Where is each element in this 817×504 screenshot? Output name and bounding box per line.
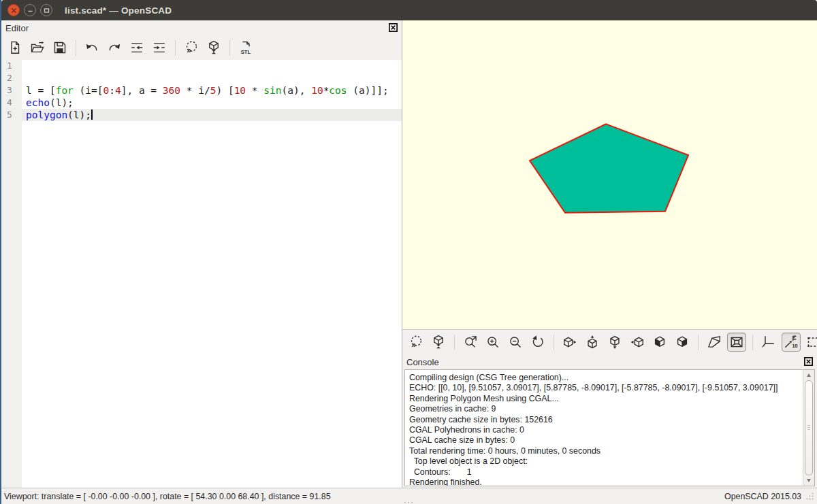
zoom-out-button[interactable] xyxy=(506,333,525,352)
pentagon-shape xyxy=(530,124,688,212)
console-line: Contours: 1 xyxy=(409,467,803,477)
console-dock-header: Console xyxy=(402,354,817,369)
console-line: CGAL Polyhedrons in cache: 0 xyxy=(409,425,803,435)
view-bottom-icon xyxy=(607,335,622,350)
window-title: list.scad* — OpenSCAD xyxy=(65,5,172,16)
reset-view-icon xyxy=(530,335,545,350)
editor-dock-close-button[interactable] xyxy=(388,23,398,33)
scroll-thumb[interactable] xyxy=(805,380,813,475)
preview-icon xyxy=(184,40,199,55)
editor-dock: Editor 123l = [for (i=[0:4], a = 360 * i… xyxy=(1,20,402,488)
close-icon xyxy=(11,7,17,14)
code-text xyxy=(22,72,402,84)
indent-button[interactable] xyxy=(150,38,169,57)
console-line: Total rendering time: 0 hours, 0 minutes… xyxy=(409,446,803,456)
code-text: echo(l); xyxy=(22,97,402,109)
view-left-icon xyxy=(630,335,645,350)
line-number: 4 xyxy=(1,97,22,109)
editor-dock-title: Editor xyxy=(5,23,29,33)
view-all-button[interactable] xyxy=(804,333,817,352)
line-number: 5 xyxy=(1,109,22,121)
zoom-out-icon xyxy=(508,335,523,350)
view-right-button[interactable] xyxy=(560,333,579,352)
view-left-button[interactable] xyxy=(628,333,647,352)
scroll-down-button[interactable] xyxy=(803,476,814,485)
show-axes-button[interactable] xyxy=(759,333,778,352)
view-right-icon xyxy=(562,335,577,350)
console-output[interactable]: Compiling design (CSG Tree generation)..… xyxy=(404,369,815,486)
render-button[interactable] xyxy=(429,333,448,352)
perspective-icon xyxy=(707,335,722,350)
new-file-icon xyxy=(7,40,22,55)
code-line: 3l = [for (i=[0:4], a = 360 * i/5) [10 *… xyxy=(1,84,402,97)
console-line: Rendering Polygon Mesh using CGAL... xyxy=(409,394,803,404)
toolbar-separator xyxy=(698,335,699,350)
zoom-in-button[interactable] xyxy=(483,333,502,352)
window-maximize-button[interactable] xyxy=(40,4,52,16)
console-line: Geometries in cache: 9 xyxy=(409,404,803,414)
zoom-all-button[interactable] xyxy=(461,333,480,352)
version-text: OpenSCAD 2015.03 xyxy=(724,492,801,501)
perspective-view-button[interactable] xyxy=(705,333,724,352)
window-close-button[interactable] xyxy=(7,4,20,16)
code-text: polygon(l); xyxy=(22,109,402,121)
console-line: Geometry cache size in bytes: 152616 xyxy=(409,415,803,425)
redo-button[interactable] xyxy=(105,38,124,57)
openscad-window: list.scad* — OpenSCAD Editor 123l = [for… xyxy=(0,0,817,504)
preview-icon xyxy=(408,335,423,350)
zoom-in-icon xyxy=(485,335,500,350)
export-stl-button[interactable] xyxy=(236,38,255,57)
show-scale-markers-button[interactable] xyxy=(782,333,801,352)
code-editor[interactable]: 123l = [for (i=[0:4], a = 360 * i/5) [10… xyxy=(1,60,402,488)
resize-grip[interactable] xyxy=(805,492,814,501)
splitter-handle[interactable] xyxy=(404,502,413,503)
console-dock-close-button[interactable] xyxy=(803,357,813,367)
close-icon xyxy=(389,23,398,32)
axes-icon xyxy=(761,335,776,350)
editor-toolbar xyxy=(1,35,402,60)
toolbar-separator xyxy=(454,335,455,350)
view-back-button[interactable] xyxy=(673,333,692,352)
titlebar: list.scad* — OpenSCAD xyxy=(1,0,817,20)
new-file-button[interactable] xyxy=(5,38,25,57)
window-minimize-button[interactable] xyxy=(24,4,36,16)
render-icon xyxy=(431,335,446,350)
view-front-button[interactable] xyxy=(650,333,669,352)
unindent-button[interactable] xyxy=(127,38,146,57)
render-button[interactable] xyxy=(204,38,223,57)
console-line: Compiling design (CSG Tree generation)..… xyxy=(409,373,803,383)
toolbar-separator xyxy=(752,335,753,350)
minimize-icon xyxy=(27,7,33,14)
viewport-pane: Console Compiling design (CSG Tree gener… xyxy=(402,20,817,488)
view-top-button[interactable] xyxy=(583,333,602,352)
toolbar-separator xyxy=(229,40,230,56)
view-bottom-button[interactable] xyxy=(605,333,624,352)
code-line: 1 xyxy=(1,60,402,72)
close-icon xyxy=(804,357,813,366)
undo-icon xyxy=(84,40,99,55)
redo-icon xyxy=(107,40,122,55)
export-stl-icon xyxy=(238,40,253,55)
toolbar-separator xyxy=(76,40,76,56)
preview-button[interactable] xyxy=(182,38,201,57)
viewport-status-text: Viewport: translate = [ -0.00 -0.00 -0.0… xyxy=(4,492,331,501)
preview-button[interactable] xyxy=(406,333,426,352)
view-all-icon xyxy=(806,335,817,350)
console-line: Top level object is a 2D object: xyxy=(409,456,803,467)
viewport-3d[interactable] xyxy=(402,20,817,329)
open-icon xyxy=(30,40,45,55)
console-line: ECHO: [[0, 10], [9.51057, 3.09017], [5.8… xyxy=(409,383,803,393)
orthogonal-view-button[interactable] xyxy=(727,333,746,352)
console-scrollbar[interactable] xyxy=(803,370,814,486)
viewport-canvas[interactable] xyxy=(402,20,817,329)
toolbar-separator xyxy=(175,40,176,56)
save-file-button[interactable] xyxy=(50,38,69,57)
code-text: l = [for (i=[0:4], a = 360 * i/5) [10 * … xyxy=(22,84,402,97)
undo-button[interactable] xyxy=(82,38,101,57)
scroll-up-button[interactable] xyxy=(803,371,814,380)
console-dock: Console Compiling design (CSG Tree gener… xyxy=(402,354,817,488)
reset-view-button[interactable] xyxy=(528,333,547,352)
code-line: 2 xyxy=(1,72,402,84)
open-file-button[interactable] xyxy=(28,38,47,57)
line-number: 2 xyxy=(1,72,22,84)
